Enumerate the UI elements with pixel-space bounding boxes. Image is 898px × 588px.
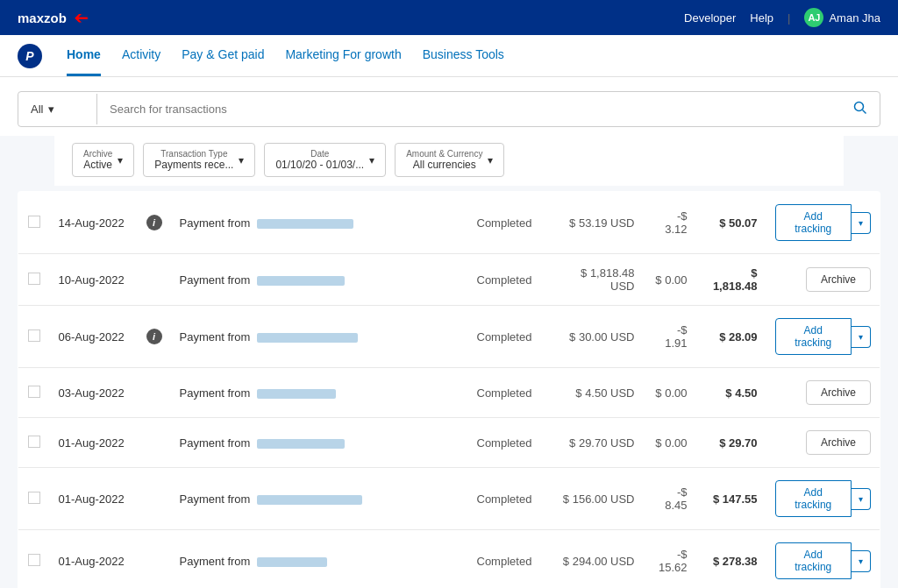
table-row: 06-Aug-2022 i Payment from Completed $ 3… <box>18 306 880 368</box>
table-row: 14-Aug-2022 i Payment from Completed $ 5… <box>18 192 880 254</box>
info-icon-cell <box>138 530 171 589</box>
archive-button[interactable]: Archive <box>806 380 871 405</box>
row-checkbox-cell <box>18 306 50 368</box>
separator: | <box>788 11 790 25</box>
table-row: 03-Aug-2022 Payment from Completed $ 4.5… <box>18 368 880 418</box>
transaction-action: Archive <box>766 254 880 306</box>
table-row: 01-Aug-2022 Payment from Completed $ 294… <box>18 530 880 589</box>
row-checkbox[interactable] <box>28 492 40 504</box>
add-tracking-button[interactable]: Add tracking <box>775 204 852 241</box>
transaction-fee: -$ 15.62 <box>644 530 696 589</box>
transaction-description: Payment from <box>171 468 468 530</box>
top-nav-left: maxzob ➔ <box>18 7 89 28</box>
row-checkbox[interactable] <box>28 436 40 448</box>
search-filter-value: All <box>31 103 43 116</box>
transaction-date: 10-Aug-2022 <box>50 254 138 306</box>
row-checkbox[interactable] <box>28 329 40 342</box>
transaction-name-blurred <box>257 219 353 229</box>
add-tracking-dropdown-button[interactable]: ▾ <box>852 550 871 572</box>
transaction-status: Completed <box>468 192 547 254</box>
transaction-action: Add tracking ▾ <box>766 192 880 254</box>
nav-business-tools[interactable]: Business Tools <box>423 35 504 76</box>
nav-home[interactable]: Home <box>67 35 101 76</box>
help-link[interactable]: Help <box>750 11 773 25</box>
transaction-name-blurred <box>257 276 345 286</box>
user-avatar: AJ <box>804 8 823 27</box>
search-area: All <box>0 77 898 136</box>
table-row: 01-Aug-2022 Payment from Completed $ 29.… <box>18 418 880 468</box>
archive-filter-chevron <box>118 154 123 166</box>
info-icon[interactable]: i <box>146 215 162 230</box>
info-icon[interactable]: i <box>146 329 162 344</box>
user-badge[interactable]: AJ Aman Jha <box>804 8 880 27</box>
add-tracking-wrapper: Add tracking ▾ <box>775 480 872 517</box>
top-nav-right: Developer Help | AJ Aman Jha <box>684 8 880 27</box>
search-row: All <box>18 91 880 127</box>
search-input[interactable] <box>97 94 841 124</box>
transaction-status: Completed <box>468 530 547 589</box>
user-name: Aman Jha <box>829 11 880 25</box>
row-checkbox[interactable] <box>28 554 40 566</box>
archive-filter[interactable]: Archive Active <box>72 143 134 177</box>
transaction-fee: $ 0.00 <box>644 368 696 418</box>
transaction-action: Archive <box>766 368 880 418</box>
nav-activity[interactable]: Activity <box>122 35 160 76</box>
row-checkbox-cell <box>18 254 50 306</box>
archive-button[interactable]: Archive <box>806 267 871 292</box>
row-checkbox[interactable] <box>28 273 40 285</box>
info-icon-cell <box>138 368 171 418</box>
transaction-net: $ 29.70 <box>696 418 766 468</box>
add-tracking-button[interactable]: Add tracking <box>775 318 852 355</box>
search-button[interactable] <box>841 92 880 126</box>
transaction-fee: -$ 3.12 <box>644 192 696 254</box>
add-tracking-button[interactable]: Add tracking <box>775 542 852 579</box>
transaction-date: 01-Aug-2022 <box>50 468 138 530</box>
developer-link[interactable]: Developer <box>684 11 736 25</box>
currency-filter-chevron <box>488 154 493 166</box>
secondary-navigation: P Home Activity Pay & Get paid Marketing… <box>0 35 898 77</box>
add-tracking-dropdown-button[interactable]: ▾ <box>852 326 871 348</box>
transaction-status: Completed <box>468 306 547 368</box>
transaction-amount: $ 29.70 USD <box>547 418 644 468</box>
top-navigation: maxzob ➔ Developer Help | AJ Aman Jha <box>0 0 898 35</box>
transaction-net: $ 28.09 <box>696 306 766 368</box>
transaction-net: $ 278.38 <box>696 530 766 589</box>
add-tracking-wrapper: Add tracking ▾ <box>775 542 872 579</box>
transaction-description: Payment from <box>171 192 468 254</box>
transaction-description: Payment from <box>171 368 468 418</box>
transaction-action: Archive <box>766 418 880 468</box>
transaction-status: Completed <box>468 418 547 468</box>
svg-line-1 <box>863 110 866 114</box>
transaction-description: Payment from <box>171 418 468 468</box>
add-tracking-button[interactable]: Add tracking <box>775 480 852 517</box>
table-row: 10-Aug-2022 Payment from Completed $ 1,8… <box>18 254 880 306</box>
transaction-action: Add tracking ▾ <box>766 306 880 368</box>
row-checkbox[interactable] <box>28 216 40 228</box>
info-icon-cell <box>138 468 171 530</box>
transaction-description: Payment from <box>171 306 468 368</box>
transaction-fee: -$ 8.45 <box>644 468 696 530</box>
transaction-net: $ 147.55 <box>696 468 766 530</box>
transaction-type-filter[interactable]: Transaction Type Payments rece... <box>143 143 255 177</box>
transactions-table-container: 14-Aug-2022 i Payment from Completed $ 5… <box>0 191 898 588</box>
transaction-date: 01-Aug-2022 <box>50 530 138 589</box>
brand-name: maxzob <box>18 11 67 25</box>
nav-marketing[interactable]: Marketing For growth <box>285 35 401 76</box>
row-checkbox[interactable] <box>28 386 40 398</box>
transaction-description: Payment from <box>171 530 468 589</box>
svg-point-0 <box>855 103 864 111</box>
archive-button[interactable]: Archive <box>806 430 871 455</box>
add-tracking-dropdown-button[interactable]: ▾ <box>852 212 871 234</box>
currency-filter[interactable]: Amount & Currency All currencies <box>395 143 504 177</box>
transaction-fee: $ 0.00 <box>644 254 696 306</box>
search-filter-dropdown[interactable]: All <box>18 94 97 124</box>
transaction-name-blurred <box>257 389 336 399</box>
nav-pay-get-paid[interactable]: Pay & Get paid <box>182 35 264 76</box>
row-checkbox-cell <box>18 192 50 254</box>
transaction-net: $ 1,818.48 <box>696 254 766 306</box>
transaction-type-chevron <box>239 154 244 166</box>
add-tracking-dropdown-button[interactable]: ▾ <box>852 488 871 510</box>
date-filter[interactable]: Date 01/10/20 - 01/03/... <box>264 143 386 177</box>
transaction-amount: $ 156.00 USD <box>547 468 644 530</box>
transaction-amount: $ 30.00 USD <box>547 306 644 368</box>
